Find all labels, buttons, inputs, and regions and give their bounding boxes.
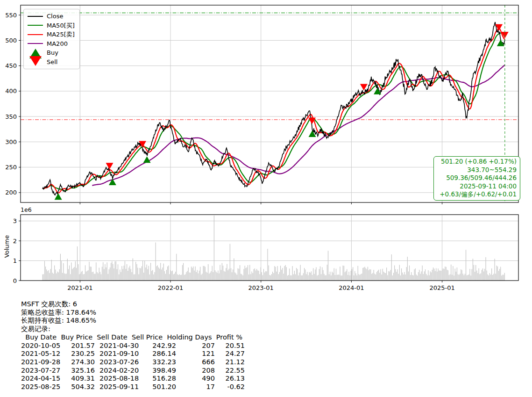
trade-cell: 20.51: [215, 342, 245, 350]
x-tick-label: 2025-01: [429, 284, 454, 291]
legend-label-ma200: MA200: [47, 41, 68, 47]
legend-item-ma200: MA200: [28, 39, 75, 49]
strategy-summary: MSFT 交易次数: 6 策略总收益率: 178.64% 长期持有收益: 148…: [21, 300, 245, 391]
trade-table-header: Buy Date Buy Price Sell Date Sell Price …: [21, 333, 245, 342]
grid-lines: [21, 5, 518, 281]
volume-tick-label: 2: [13, 238, 17, 245]
trade-cell: 398.49: [147, 367, 176, 375]
ma200-line-sample: [28, 43, 43, 44]
quote-info-box: 501.20 (+0.86 +0.17%) 343.70~554.29 509.…: [433, 156, 520, 201]
trade-cell: 516.28: [147, 375, 176, 383]
info-ma-values: 509.36/509.46/444.26: [437, 174, 517, 182]
summary-trade-count: MSFT 交易次数: 6: [21, 300, 245, 309]
trade-row: 2021-09-28274.302023-07-26332.2366621.12: [21, 358, 245, 367]
legend-label-close: Close: [47, 13, 63, 19]
volume-tick-label: 3: [13, 217, 17, 224]
strategy-report-page: 20025030035040045050055001232021-012022-…: [0, 0, 532, 397]
trade-cell: 17: [176, 383, 215, 391]
trade-table: 2020-10-05201.572021-04-30242.9220720.51…: [21, 342, 245, 391]
axis-ticks: [19, 15, 442, 282]
trade-cell: 2020-10-05: [21, 342, 66, 350]
price-tick-label: 450: [5, 62, 17, 69]
trade-log-title: 交易记录:: [21, 325, 245, 333]
trade-cell: 490: [176, 375, 215, 383]
legend-item-ma25: MA25[卖]: [28, 30, 75, 39]
trade-row: 2021-05-12230.252021-09-10286.1412124.27: [21, 350, 245, 358]
trade-cell: 208: [176, 367, 215, 375]
trade-cell: 2025-08-25: [21, 383, 66, 391]
trade-cell: 121: [176, 350, 215, 358]
trade-cell: 274.30: [66, 358, 95, 367]
trade-cell: 409.31: [66, 375, 95, 383]
trade-cell: 22.55: [215, 367, 245, 375]
ma50-line-sample: [28, 25, 43, 26]
trade-cell: 2021-09-28: [21, 358, 66, 367]
volume-tick-label: 1: [13, 257, 17, 264]
chart-legend: Close MA50[买] MA25[卖] MA200 Buy Sell: [23, 9, 80, 69]
summary-hold-return: 长期持有收益: 148.65%: [21, 317, 245, 325]
trade-cell: 666: [176, 358, 215, 367]
trade-cell: 242.92: [147, 342, 176, 350]
trade-cell: 201.57: [66, 342, 95, 350]
x-tick-label: 2021-01: [67, 284, 92, 291]
buy-triangle-icon: [28, 49, 43, 57]
legend-item-sell: Sell: [28, 58, 75, 67]
legend-label-ma25: MA25[卖]: [47, 31, 75, 37]
trade-cell: 21.12: [215, 358, 245, 367]
trade-row: 2023-07-27325.162024-02-20398.4920822.55: [21, 367, 245, 375]
trade-cell: 2021-05-12: [21, 350, 66, 358]
price-tick-label: 500: [5, 37, 17, 44]
trade-cell: 501.20: [147, 383, 176, 391]
trade-cell: 2024-02-20: [95, 367, 147, 375]
summary-strategy-return: 策略总收益率: 178.64%: [21, 309, 245, 317]
x-tick-label: 2022-01: [158, 284, 183, 291]
trade-cell: 2023-07-26: [95, 358, 147, 367]
trade-cell: 286.14: [147, 350, 176, 358]
trade-cell: 2024-04-15: [21, 375, 66, 383]
volume-scale-label: 1e6: [21, 206, 32, 213]
sell-triangle-icon: [28, 58, 43, 66]
volume-panel-border: [21, 215, 518, 281]
price-tick-label: 300: [5, 138, 17, 145]
price-tick-label: 350: [5, 113, 17, 120]
buy-marker: [109, 179, 116, 185]
price-tick-label: 200: [5, 189, 17, 196]
x-tick-label: 2024-01: [339, 284, 364, 291]
trade-cell: 2021-04-30: [95, 342, 147, 350]
volume-bars: [43, 216, 504, 281]
trade-cell: 2023-07-27: [21, 367, 66, 375]
trade-cell: 207: [176, 342, 215, 350]
legend-label-ma50: MA50[买]: [47, 22, 75, 29]
legend-label-buy: Buy: [47, 50, 58, 56]
legend-item-ma50: MA50[买]: [28, 21, 75, 30]
trade-cell: 26.13: [215, 375, 245, 383]
ma25-line-sample: [28, 34, 43, 35]
trade-cell: -0.62: [215, 383, 245, 391]
trade-cell: 2021-09-10: [95, 350, 147, 358]
trade-row: 2020-10-05201.572021-04-30242.9220720.51: [21, 342, 245, 350]
sell-marker: [360, 84, 368, 91]
info-timestamp: 2025-09-11 04:00: [437, 182, 517, 191]
trade-cell: 325.16: [66, 367, 95, 375]
trade-cell: 230.25: [66, 350, 95, 358]
trade-row: 2024-04-15409.312025-08-18516.2849026.13: [21, 375, 245, 383]
price-tick-label: 250: [5, 164, 17, 171]
volume-tick-label: 0: [13, 277, 17, 284]
legend-label-sell: Sell: [47, 59, 57, 65]
close-line-sample: [28, 16, 43, 17]
info-signal: +0.63/偏多/+0.62/+0.01: [437, 190, 517, 199]
legend-item-close: Close: [28, 12, 75, 21]
price-tick-label: 550: [5, 12, 17, 19]
trade-cell: 332.23: [147, 358, 176, 367]
trade-row: 2025-08-25504.322025-09-11501.2017-0.62: [21, 383, 245, 391]
info-price-range: 343.70~554.29: [437, 166, 517, 174]
price-tick-label: 400: [5, 87, 17, 94]
x-tick-label: 2023-01: [248, 284, 274, 291]
trade-cell: 24.27: [215, 350, 245, 358]
trade-cell: 504.32: [66, 383, 95, 391]
trade-cell: 2025-08-18: [95, 375, 147, 383]
info-last-price: 501.20 (+0.86 +0.17%): [437, 158, 517, 166]
trade-cell: 2025-09-11: [95, 383, 147, 391]
buy-marker: [143, 156, 151, 163]
volume-axis-title: Volume: [3, 235, 10, 258]
